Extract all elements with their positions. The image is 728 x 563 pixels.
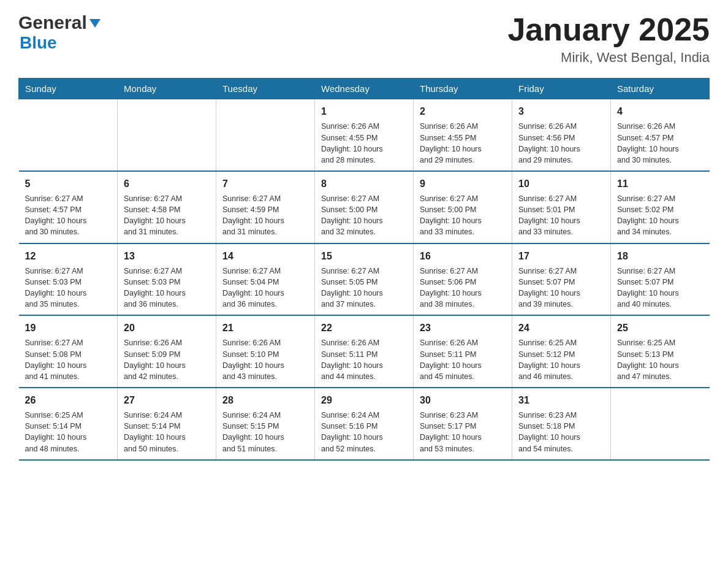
col-sunday: Sunday <box>19 79 118 99</box>
sunset-text: Sunset: 5:09 PM <box>124 349 210 360</box>
daylight-text-line2: and 37 minutes. <box>321 299 407 310</box>
sunset-text: Sunset: 5:11 PM <box>321 349 407 360</box>
sunrise-text: Sunrise: 6:27 AM <box>420 266 506 277</box>
sunset-text: Sunset: 5:18 PM <box>518 421 604 432</box>
sunrise-text: Sunrise: 6:27 AM <box>25 266 112 277</box>
sunrise-text: Sunrise: 6:27 AM <box>124 266 210 277</box>
sunrise-text: Sunrise: 6:27 AM <box>518 266 604 277</box>
daylight-text-line2: and 53 minutes. <box>420 443 506 454</box>
sunset-text: Sunset: 5:11 PM <box>420 349 506 360</box>
daylight-text-line2: and 32 minutes. <box>321 226 407 237</box>
daylight-text-line1: Daylight: 10 hours <box>321 215 407 226</box>
day-number: 12 <box>25 249 112 263</box>
sunset-text: Sunset: 5:17 PM <box>420 421 506 432</box>
sunset-text: Sunset: 5:04 PM <box>222 277 308 288</box>
sunrise-text: Sunrise: 6:27 AM <box>25 193 112 204</box>
sunrise-text: Sunrise: 6:27 AM <box>321 193 407 204</box>
sunset-text: Sunset: 5:14 PM <box>124 421 210 432</box>
sunset-text: Sunset: 4:58 PM <box>124 204 210 215</box>
daylight-text-line2: and 41 minutes. <box>25 371 112 382</box>
page-header: General Blue January 2025 Mirik, West Be… <box>18 12 710 66</box>
daylight-text-line2: and 42 minutes. <box>124 371 210 382</box>
daylight-text-line1: Daylight: 10 hours <box>321 144 407 155</box>
daylight-text-line2: and 45 minutes. <box>420 371 506 382</box>
daylight-text-line1: Daylight: 10 hours <box>518 144 604 155</box>
daylight-text-line2: and 36 minutes. <box>222 299 308 310</box>
day-number: 24 <box>518 321 604 335</box>
calendar-cell: 15Sunrise: 6:27 AMSunset: 5:05 PMDayligh… <box>315 243 414 316</box>
calendar-cell: 7Sunrise: 6:27 AMSunset: 4:59 PMDaylight… <box>216 171 315 243</box>
calendar-cell: 27Sunrise: 6:24 AMSunset: 5:14 PMDayligh… <box>118 388 216 460</box>
sunset-text: Sunset: 5:02 PM <box>617 204 703 215</box>
day-number: 14 <box>222 249 308 263</box>
sunset-text: Sunset: 5:12 PM <box>518 349 604 360</box>
sunset-text: Sunset: 5:01 PM <box>518 204 604 215</box>
daylight-text-line1: Daylight: 10 hours <box>420 144 506 155</box>
daylight-text-line1: Daylight: 10 hours <box>518 432 604 443</box>
day-number: 28 <box>222 393 308 407</box>
page-title: January 2025 <box>507 12 710 47</box>
daylight-text-line1: Daylight: 10 hours <box>222 432 308 443</box>
sunset-text: Sunset: 4:59 PM <box>222 204 308 215</box>
svg-marker-0 <box>89 19 100 28</box>
title-block: January 2025 Mirik, West Bengal, India <box>507 12 710 66</box>
day-number: 1 <box>321 104 407 118</box>
calendar-cell: 1Sunrise: 6:26 AMSunset: 4:55 PMDaylight… <box>315 99 414 171</box>
daylight-text-line1: Daylight: 10 hours <box>617 215 703 226</box>
daylight-text-line1: Daylight: 10 hours <box>617 144 703 155</box>
sunset-text: Sunset: 5:14 PM <box>25 421 112 432</box>
calendar-cell: 13Sunrise: 6:27 AMSunset: 5:03 PMDayligh… <box>118 243 216 316</box>
sunrise-text: Sunrise: 6:24 AM <box>124 410 210 421</box>
calendar-cell: 19Sunrise: 6:27 AMSunset: 5:08 PMDayligh… <box>19 315 118 388</box>
calendar-week-row: 5Sunrise: 6:27 AMSunset: 4:57 PMDaylight… <box>19 171 710 243</box>
day-number: 9 <box>420 177 506 191</box>
calendar-cell: 2Sunrise: 6:26 AMSunset: 4:55 PMDaylight… <box>414 99 512 171</box>
sunset-text: Sunset: 5:07 PM <box>518 277 604 288</box>
sunrise-text: Sunrise: 6:24 AM <box>321 410 407 421</box>
calendar-cell: 29Sunrise: 6:24 AMSunset: 5:16 PMDayligh… <box>315 388 414 460</box>
sunset-text: Sunset: 5:06 PM <box>420 277 506 288</box>
sunrise-text: Sunrise: 6:27 AM <box>124 193 210 204</box>
col-tuesday: Tuesday <box>216 79 315 99</box>
daylight-text-line1: Daylight: 10 hours <box>420 360 506 371</box>
daylight-text-line1: Daylight: 10 hours <box>222 360 308 371</box>
daylight-text-line1: Daylight: 10 hours <box>321 360 407 371</box>
daylight-text-line1: Daylight: 10 hours <box>124 288 210 299</box>
sunset-text: Sunset: 5:00 PM <box>420 204 506 215</box>
day-number: 11 <box>617 177 703 191</box>
daylight-text-line1: Daylight: 10 hours <box>25 288 112 299</box>
day-number: 30 <box>420 393 506 407</box>
daylight-text-line1: Daylight: 10 hours <box>420 432 506 443</box>
day-number: 17 <box>518 249 604 263</box>
col-friday: Friday <box>512 79 611 99</box>
sunrise-text: Sunrise: 6:27 AM <box>518 193 604 204</box>
daylight-text-line2: and 40 minutes. <box>617 299 703 310</box>
calendar-cell: 12Sunrise: 6:27 AMSunset: 5:03 PMDayligh… <box>19 243 118 316</box>
col-saturday: Saturday <box>611 79 710 99</box>
calendar-week-row: 1Sunrise: 6:26 AMSunset: 4:55 PMDaylight… <box>19 99 710 171</box>
sunrise-text: Sunrise: 6:27 AM <box>25 337 112 348</box>
daylight-text-line2: and 30 minutes. <box>25 226 112 237</box>
daylight-text-line2: and 29 minutes. <box>420 155 506 166</box>
sunrise-text: Sunrise: 6:26 AM <box>617 121 703 132</box>
calendar-week-row: 19Sunrise: 6:27 AMSunset: 5:08 PMDayligh… <box>19 315 710 388</box>
daylight-text-line2: and 44 minutes. <box>321 371 407 382</box>
calendar-cell <box>118 99 216 171</box>
daylight-text-line2: and 35 minutes. <box>25 299 112 310</box>
daylight-text-line2: and 29 minutes. <box>518 155 604 166</box>
calendar-body: 1Sunrise: 6:26 AMSunset: 4:55 PMDaylight… <box>19 99 710 460</box>
daylight-text-line1: Daylight: 10 hours <box>518 360 604 371</box>
daylight-text-line1: Daylight: 10 hours <box>420 288 506 299</box>
calendar-cell: 4Sunrise: 6:26 AMSunset: 4:57 PMDaylight… <box>611 99 710 171</box>
day-number: 21 <box>222 321 308 335</box>
daylight-text-line1: Daylight: 10 hours <box>222 215 308 226</box>
sunrise-text: Sunrise: 6:27 AM <box>321 266 407 277</box>
daylight-text-line2: and 50 minutes. <box>124 443 210 454</box>
daylight-text-line2: and 28 minutes. <box>321 155 407 166</box>
sunrise-text: Sunrise: 6:27 AM <box>617 266 703 277</box>
sunset-text: Sunset: 5:03 PM <box>124 277 210 288</box>
day-number: 20 <box>124 321 210 335</box>
sunrise-text: Sunrise: 6:26 AM <box>321 337 407 348</box>
daylight-text-line2: and 31 minutes. <box>222 226 308 237</box>
sunset-text: Sunset: 5:16 PM <box>321 421 407 432</box>
